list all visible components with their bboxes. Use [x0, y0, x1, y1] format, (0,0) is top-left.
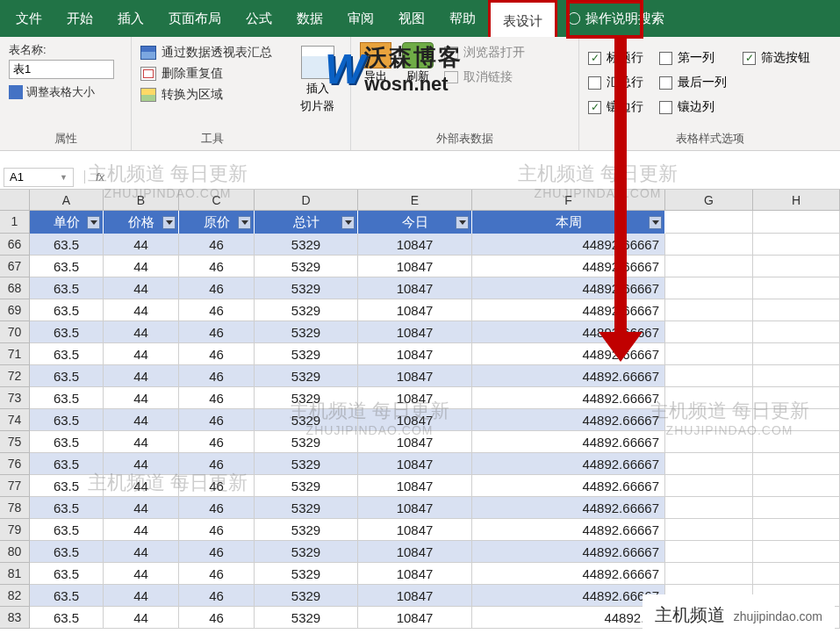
cell[interactable]: 44 [104, 431, 179, 453]
filter-dropdown-icon[interactable] [649, 216, 662, 229]
cell-empty[interactable] [665, 343, 753, 365]
cell[interactable]: 10847 [358, 475, 472, 497]
row-header[interactable]: 80 [0, 541, 30, 563]
cell[interactable]: 10847 [358, 453, 472, 475]
table-header-2[interactable]: 原价 [179, 211, 255, 234]
cell[interactable]: 10847 [358, 519, 472, 541]
cell[interactable]: 44892.66667 [472, 234, 665, 256]
row-header[interactable]: 66 [0, 234, 30, 256]
cell[interactable]: 63.5 [30, 277, 104, 299]
cell[interactable]: 10847 [358, 277, 472, 299]
cell-empty[interactable] [665, 387, 753, 409]
tab-2[interactable]: 插入 [105, 0, 156, 37]
cell[interactable]: 5329 [255, 343, 358, 365]
row-header[interactable]: 68 [0, 277, 30, 299]
col-header-A[interactable]: A [30, 190, 104, 210]
tab-8[interactable]: 帮助 [437, 0, 488, 37]
row-header[interactable]: 70 [0, 321, 30, 343]
tab-5[interactable]: 数据 [284, 0, 335, 37]
cell[interactable]: 44 [104, 409, 179, 431]
cell[interactable]: 5329 [255, 365, 358, 387]
tell-me-search[interactable]: 操作说明搜索 [568, 11, 664, 27]
cell[interactable]: 63.5 [30, 387, 104, 409]
row-header[interactable]: 77 [0, 475, 30, 497]
cell[interactable]: 46 [179, 563, 255, 585]
row-header[interactable]: 79 [0, 519, 30, 541]
cell[interactable]: 10847 [358, 497, 472, 519]
cell[interactable]: 10847 [358, 387, 472, 409]
cell[interactable]: 44892.66667 [472, 256, 665, 277]
cell[interactable]: 5329 [255, 519, 358, 541]
col-header-B[interactable]: B [104, 190, 179, 210]
row-header[interactable]: 82 [0, 585, 30, 607]
cell[interactable]: 63.5 [30, 475, 104, 497]
cell[interactable]: 10847 [358, 234, 472, 256]
cell[interactable]: 10847 [358, 299, 472, 321]
tab-9[interactable]: 表设计 [488, 0, 557, 37]
cell-empty[interactable] [665, 256, 753, 277]
cell[interactable]: 44892.66667 [472, 475, 665, 497]
cell-empty[interactable] [665, 563, 753, 585]
cell[interactable]: 63.5 [30, 519, 104, 541]
cell[interactable]: 44892.66667 [472, 431, 665, 453]
row-header[interactable]: 75 [0, 431, 30, 453]
remove-duplicates-button[interactable]: 删除重复值 [140, 66, 284, 82]
cell[interactable]: 63.5 [30, 453, 104, 475]
cell-empty[interactable] [665, 453, 753, 475]
cell[interactable]: 63.5 [30, 431, 104, 453]
filter-dropdown-icon[interactable] [456, 216, 469, 229]
cell-empty[interactable] [665, 299, 753, 321]
cell-empty[interactable] [753, 409, 840, 431]
cell[interactable]: 44892.66667 [472, 409, 665, 431]
cell-empty[interactable] [665, 475, 753, 497]
cell-empty[interactable] [665, 211, 753, 234]
cell[interactable]: 46 [179, 585, 255, 607]
convert-range-button[interactable]: 转换为区域 [140, 87, 284, 103]
cell[interactable]: 63.5 [30, 541, 104, 563]
tab-7[interactable]: 视图 [386, 0, 437, 37]
cell-empty[interactable] [753, 431, 840, 453]
cell[interactable]: 44892.66667 [472, 563, 665, 585]
col-header-G[interactable]: G [665, 190, 753, 210]
table-header-0[interactable]: 单价 [30, 211, 104, 234]
row-header[interactable]: 74 [0, 409, 30, 431]
cell-empty[interactable] [665, 541, 753, 563]
cell[interactable]: 63.5 [30, 234, 104, 256]
col-header-H[interactable]: H [753, 190, 840, 210]
cell-empty[interactable] [753, 299, 840, 321]
cell[interactable]: 46 [179, 387, 255, 409]
cell-empty[interactable] [665, 409, 753, 431]
cell-empty[interactable] [753, 211, 840, 234]
tab-4[interactable]: 公式 [233, 0, 284, 37]
table-header-5[interactable]: 本周 [472, 211, 665, 234]
cell[interactable]: 5329 [255, 256, 358, 277]
cell-empty[interactable] [665, 497, 753, 519]
cell-empty[interactable] [753, 256, 840, 277]
cell[interactable]: 5329 [255, 541, 358, 563]
tab-3[interactable]: 页面布局 [156, 0, 233, 37]
cell[interactable]: 63.5 [30, 299, 104, 321]
cell-empty[interactable] [665, 321, 753, 343]
row-header[interactable]: 78 [0, 497, 30, 519]
cell[interactable]: 44 [104, 387, 179, 409]
cell[interactable]: 46 [179, 409, 255, 431]
opt-filter-btn[interactable]: 筛选按钮 [743, 50, 810, 66]
cell[interactable]: 46 [179, 541, 255, 563]
filter-dropdown-icon[interactable] [162, 216, 176, 229]
cell[interactable]: 44 [104, 585, 179, 607]
name-box[interactable]: A1 ▼ [4, 168, 74, 187]
cell[interactable]: 5329 [255, 453, 358, 475]
cell[interactable]: 10847 [358, 585, 472, 607]
row-header[interactable]: 81 [0, 563, 30, 585]
cell[interactable]: 63.5 [30, 365, 104, 387]
cell[interactable]: 63.5 [30, 409, 104, 431]
row-header[interactable]: 71 [0, 343, 30, 365]
cell[interactable]: 46 [179, 365, 255, 387]
cell-empty[interactable] [753, 234, 840, 256]
col-header-F[interactable]: F [472, 190, 665, 210]
cell-empty[interactable] [753, 277, 840, 299]
filter-dropdown-icon[interactable] [238, 216, 251, 229]
filter-dropdown-icon[interactable] [341, 216, 355, 229]
col-header-E[interactable]: E [358, 190, 472, 210]
cell[interactable]: 10847 [358, 365, 472, 387]
